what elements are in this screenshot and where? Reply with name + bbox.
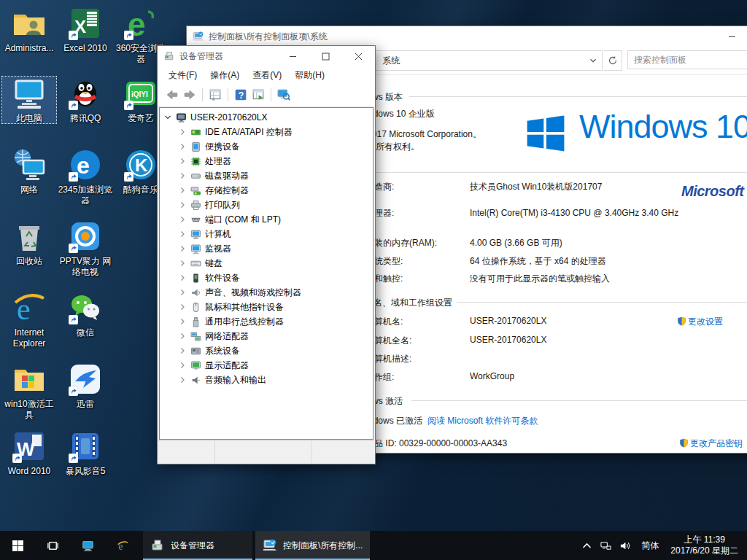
chevron-right-icon[interactable] [179, 172, 186, 179]
tree-item-category-3[interactable]: 磁盘驱动器 [160, 168, 373, 183]
tree-item-category-17[interactable]: 音频输入和输出 [160, 373, 373, 387]
tree-item-category-6[interactable]: 端口 (COM 和 LPT) [160, 212, 373, 227]
taskbar-button-device-manager[interactable]: 设备管理器 [143, 531, 252, 560]
chevron-right-icon[interactable] [179, 260, 186, 267]
task-view-button[interactable] [35, 531, 70, 560]
menu-item-2[interactable]: 查看(V) [246, 66, 288, 84]
chevron-right-icon[interactable] [179, 362, 186, 369]
refresh-button[interactable] [604, 50, 622, 71]
device-tree-panel[interactable]: USER-20170620LXIDE ATA/ATAPI 控制器便携设备处理器磁… [159, 107, 374, 440]
menu-item-3[interactable]: 帮助(H) [288, 66, 331, 84]
chevron-right-icon[interactable] [179, 230, 186, 238]
device-manager-window-icon [163, 50, 175, 62]
chevron-right-icon[interactable] [179, 245, 186, 252]
chevron-right-icon[interactable] [179, 318, 186, 325]
tree-item-category-12[interactable]: 鼠标和其他指针设备 [160, 300, 373, 314]
pinned-explorer-button[interactable] [70, 531, 105, 560]
control-panel-search-input[interactable] [627, 50, 747, 69]
chevron-right-icon[interactable] [179, 187, 186, 194]
chevron-right-icon[interactable] [179, 376, 186, 384]
desktop-icon-excel-2010[interactable]: XExcel 2010 [58, 6, 113, 54]
start-button[interactable] [0, 531, 35, 560]
show-hide-tree-icon[interactable] [209, 88, 222, 101]
chevron-right-icon[interactable] [179, 347, 186, 354]
chevron-right-icon[interactable] [179, 303, 186, 311]
input-language-indicator[interactable]: 简体 [634, 540, 666, 552]
chevron-right-icon[interactable] [179, 216, 186, 223]
device-manager-window[interactable]: 设备管理器 文件(F)操作(A)查看(V)帮助(H) ? USER-201706… [157, 45, 376, 464]
menu-item-0[interactable]: 文件(F) [162, 66, 204, 84]
desktop-icon-label: PPTV聚力 网络电视 [58, 256, 113, 278]
minimize-button[interactable] [276, 46, 309, 66]
info-value: USER-20170620LX [470, 335, 546, 345]
tree-item-category-9[interactable]: 键盘 [160, 256, 373, 271]
desktop-icon-storm-player[interactable]: 暴风影音5 [58, 429, 113, 477]
chevron-right-icon[interactable] [179, 274, 186, 281]
desktop-icon-pptv[interactable]: PPTV聚力 网络电视 [58, 219, 113, 278]
change-product-key-link[interactable]: 更改产品密钥 [690, 438, 743, 448]
uac-shield-icon [677, 316, 686, 326]
toolbar-separator [271, 88, 271, 101]
desktop-icon-xunlei[interactable]: 迅雷 [58, 362, 113, 410]
desktop-icon-label: 微信 [58, 327, 113, 338]
desktop-icon-win10-activator[interactable]: win10激活工具 [1, 362, 57, 421]
scan-hardware-icon[interactable] [277, 88, 290, 101]
tree-item-category-11[interactable]: 声音、视频和游戏控制器 [160, 285, 373, 300]
close-button[interactable] [342, 46, 375, 66]
desktop-icon-internet-explorer[interactable]: eInternet Explorer [1, 290, 57, 349]
help-icon[interactable]: ? [234, 88, 247, 101]
win10-activator-icon [12, 362, 47, 397]
chevron-down-icon[interactable] [164, 114, 171, 121]
forward-icon[interactable] [183, 88, 196, 101]
chevron-right-icon[interactable] [179, 143, 186, 150]
tree-item-category-14[interactable]: 网络适配器 [160, 329, 373, 343]
tray-clock[interactable]: 上午 11:39 2017/6/20 星期二 [666, 534, 747, 556]
desktop-icon-tencent-qq[interactable]: 腾讯QQ [58, 76, 113, 124]
chevron-right-icon[interactable] [179, 201, 186, 209]
chevron-right-icon[interactable] [179, 158, 186, 165]
chevron-right-icon[interactable] [179, 332, 186, 340]
desktop-icon-word-2010[interactable]: WWord 2010 [1, 429, 57, 477]
desktop-icon-administrator[interactable]: Administra... [1, 6, 57, 54]
desktop-icon-this-pc[interactable]: 此电脑 [1, 76, 57, 124]
wechat-icon [68, 290, 103, 325]
action-pane-icon[interactable] [252, 88, 265, 101]
desktop-icon-2345-browser[interactable]: e2345加速浏览器 [58, 147, 113, 206]
tree-item-category-10[interactable]: 软件设备 [160, 271, 373, 285]
control-panel-titlebar[interactable]: 控制面板\所有控制面板项\系统 [187, 26, 747, 47]
tree-item-category-1[interactable]: 便携设备 [160, 139, 373, 154]
change-settings-link[interactable]: 更改设置 [688, 316, 723, 327]
tree-item-category-4[interactable]: 存储控制器 [160, 183, 373, 198]
tree-item-category-0[interactable]: IDE ATA/ATAPI 控制器 [160, 125, 373, 139]
device-manager-titlebar[interactable]: 设备管理器 [158, 46, 375, 66]
tree-item-category-5[interactable]: 打印队列 [160, 198, 373, 212]
breadcrumb-segment-2[interactable]: 系统 [372, 55, 410, 66]
back-icon[interactable] [166, 88, 179, 101]
device-manager-taskbar-icon [150, 538, 165, 553]
menu-item-1[interactable]: 操作(A) [204, 66, 246, 84]
taskbar-button-control-panel[interactable]: 控制面板\所有控制... [255, 531, 370, 560]
license-terms-link[interactable]: 阅读 Microsoft 软件许可条款 [427, 415, 538, 427]
tree-item-category-2[interactable]: 处理器 [160, 154, 373, 168]
maximize-button[interactable] [309, 46, 342, 66]
volume-tray-icon[interactable] [615, 540, 634, 551]
network-tray-icon[interactable] [596, 540, 615, 551]
tree-item-category-7[interactable]: 计算机 [160, 227, 373, 241]
network-icon [12, 147, 47, 182]
desktop-icon-network[interactable]: 网络 [1, 147, 57, 195]
tree-item-computer-root[interactable]: USER-20170620LX [160, 110, 373, 125]
pinned-ie-button[interactable]: e [105, 531, 140, 560]
chevron-right-icon[interactable] [179, 128, 186, 136]
address-dropdown-chevron-icon[interactable] [589, 56, 597, 65]
minimize-button[interactable] [716, 26, 747, 47]
tray-expand-chevron-icon[interactable] [577, 540, 596, 551]
tree-item-label: 磁盘驱动器 [205, 170, 249, 182]
tree-item-category-13[interactable]: 通用串行总线控制器 [160, 314, 373, 329]
tree-item-category-15[interactable]: 系统设备 [160, 343, 373, 358]
tree-item-category-16[interactable]: 显示适配器 [160, 358, 373, 373]
iqiyi-icon: iQIYI [123, 76, 158, 111]
desktop-icon-recycle-bin[interactable]: 回收站 [1, 219, 57, 267]
desktop-icon-wechat[interactable]: 微信 [58, 290, 113, 338]
tree-item-category-8[interactable]: 监视器 [160, 241, 373, 256]
chevron-right-icon[interactable] [179, 289, 186, 296]
